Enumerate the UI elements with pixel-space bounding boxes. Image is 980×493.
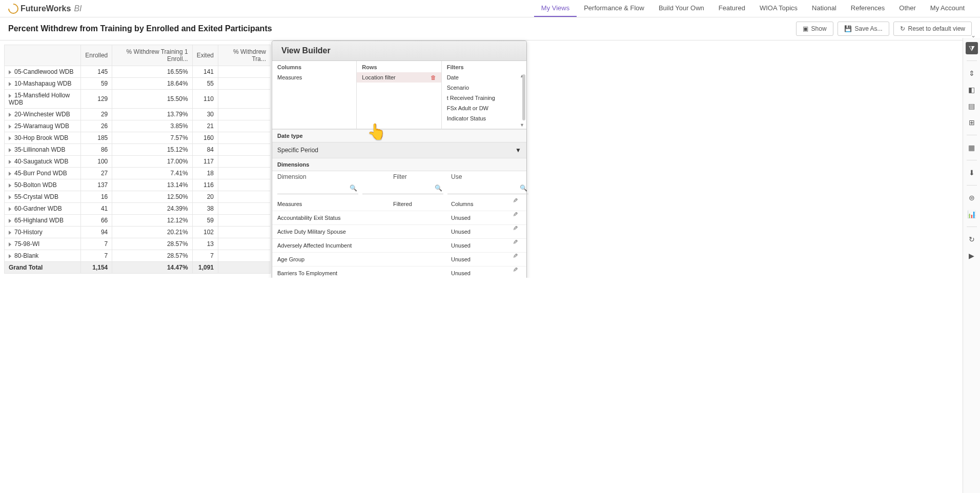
column-header[interactable]: Enrolled (81, 45, 112, 66)
rows-item[interactable]: Location filter🗑 (357, 72, 441, 83)
builder-triple: Columns Measures Rows Location filter🗑 F… (272, 61, 526, 129)
nav-item-my-account[interactable]: My Account (923, 0, 972, 17)
expand-icon[interactable] (9, 254, 11, 258)
edit-icon[interactable]: ✎ (512, 239, 519, 252)
column-header[interactable]: % Withdrew Training 1 Enroll... (112, 45, 192, 66)
expand-icon[interactable] (9, 219, 11, 223)
rows-list[interactable]: Location filter🗑 (357, 72, 441, 129)
edit-icon[interactable]: ✎ (512, 253, 519, 265)
edit-icon[interactable]: ✎ (512, 198, 519, 210)
table-row[interactable]: 80-Blank728.57%7 (5, 250, 271, 262)
nav-item-featured[interactable]: Featured (711, 0, 752, 17)
dimension-row[interactable]: Accountability Exit StatusUnused✎ (272, 211, 526, 225)
table-row[interactable]: 60-Gardner WDB4124.39%38 (5, 203, 271, 215)
toggle-icon[interactable]: ⊜ (966, 192, 978, 204)
filter-search-input[interactable] (362, 183, 443, 194)
expand-icon[interactable] (9, 82, 11, 86)
table-row[interactable]: 50-Bolton WDB13713.14%116 (5, 179, 271, 191)
layout-icon[interactable]: ◧ (966, 84, 978, 96)
filters-item[interactable]: Indicator Status (442, 113, 526, 124)
expand-icon[interactable] (9, 242, 11, 246)
table-row[interactable]: 25-Waramaug WDB263.85%21 (5, 120, 271, 132)
filters-item[interactable]: Date (442, 72, 526, 83)
brand-logo: FutureWorks BI (8, 4, 82, 14)
table-row[interactable]: 35-Lillinonah WDB8615.12%84 (5, 144, 271, 156)
columns-item[interactable]: Measures (272, 72, 356, 83)
refresh-icon[interactable]: ↻ (966, 233, 978, 245)
edit-icon[interactable]: ✎ (512, 225, 519, 238)
expand-icon[interactable] (9, 113, 11, 117)
grid-icon[interactable]: ⊞ (966, 116, 978, 129)
dim-col-dimension: Dimension (277, 173, 393, 180)
save-as-label: Save As... (855, 25, 883, 32)
nav-item-other[interactable]: Other (892, 0, 923, 17)
filters-list[interactable]: ▲ DateScenariot Received TrainingFSx Adu… (442, 72, 526, 129)
table-row[interactable]: 70-History9420.21%102 (5, 227, 271, 238)
delete-icon[interactable]: 🗑 (431, 74, 436, 80)
expand-icon[interactable] (9, 148, 11, 152)
expand-icon[interactable] (9, 195, 11, 199)
edit-icon[interactable]: ✎ (512, 212, 519, 224)
play-icon[interactable]: ▶ (966, 250, 978, 262)
page-title: Percent Withdrew from Training by Enroll… (8, 24, 272, 33)
save-as-button[interactable]: 💾 Save As... (838, 22, 889, 36)
search-icon: 🔍 (435, 184, 442, 192)
date-type-select[interactable]: Specific Period ▼ (272, 142, 526, 158)
show-button[interactable]: ▣ Show (796, 22, 833, 36)
filter-funnel-icon[interactable]: ⧩ (966, 42, 978, 54)
table-row[interactable]: 75-98-WI728.57%13 (5, 238, 271, 250)
expand-icon[interactable] (9, 160, 11, 164)
expand-icon[interactable] (9, 125, 11, 129)
filters-item[interactable]: FSx Adult or DW (442, 103, 526, 113)
expand-icon[interactable] (9, 231, 11, 235)
nav-item-performance-flow[interactable]: Performance & Flow (577, 0, 651, 17)
collapse-icon[interactable]: ⇕ (966, 67, 978, 79)
dimension-row[interactable]: MeasuresFilteredColumns✎ (272, 197, 526, 211)
filters-item[interactable]: t Received Training (442, 93, 526, 103)
table-row[interactable]: 15-Mansfield Hollow WDB12915.50%110 (5, 90, 271, 109)
bar-chart-icon[interactable]: 📊 (966, 208, 978, 220)
dimension-row[interactable]: Adversely Affected IncumbentUnused✎ (272, 239, 526, 253)
download-icon[interactable]: ⬇ (966, 167, 978, 179)
column-header[interactable]: % Withdrew Tra... (218, 45, 270, 66)
dim-search-row: 🔍 🔍 🔍 (272, 182, 526, 197)
use-search-input[interactable] (447, 183, 528, 194)
dimensions-rows[interactable]: MeasuresFilteredColumns✎Accountability E… (272, 197, 526, 278)
column-header[interactable]: Exited (192, 45, 218, 66)
table-row[interactable]: 45-Burr Pond WDB277.41%18 (5, 168, 271, 179)
table-row[interactable]: 05-Candlewood WDB14516.55%141 (5, 66, 271, 78)
expand-icon[interactable] (9, 94, 11, 98)
table-row[interactable]: 55-Crystal WDB1612.50%20 (5, 191, 271, 203)
nav-item-my-views[interactable]: My Views (534, 0, 577, 17)
nav-item-wioa-topics[interactable]: WIOA Topics (752, 0, 805, 17)
expand-icon[interactable] (9, 183, 11, 188)
search-icon: 🔍 (350, 184, 357, 192)
dimension-search-input[interactable] (277, 183, 358, 194)
dimension-row[interactable]: Barriers To EmploymentUnused✎ (272, 266, 526, 278)
reset-label: Reset to default view (908, 25, 965, 32)
column-header[interactable] (5, 45, 81, 66)
table-row[interactable]: 20-Winchester WDB2913.79%30 (5, 109, 271, 120)
expand-icon[interactable] (9, 70, 11, 74)
columns-list[interactable]: Measures (272, 72, 356, 129)
expand-icon[interactable] (9, 207, 11, 211)
table-row[interactable]: 30-Hop Brook WDB1857.57%160 (5, 132, 271, 144)
dimension-row[interactable]: Active Duty Military SpouseUnused✎ (272, 225, 526, 239)
table-row[interactable]: 10-Mashapaug WDB5918.64%55 (5, 78, 271, 90)
chart-table-icon[interactable]: ▦ (966, 141, 978, 154)
edit-icon[interactable]: ✎ (512, 267, 519, 278)
expand-icon[interactable] (9, 172, 11, 176)
reset-button[interactable]: ↻ Reset to default view (893, 22, 972, 36)
nav-item-national[interactable]: National (805, 0, 844, 17)
table-row[interactable]: 65-Highland WDB6612.12%59 (5, 215, 271, 227)
scroll-down-icon[interactable]: ▼ (520, 122, 524, 128)
nav-item-build-your-own[interactable]: Build Your Own (651, 0, 711, 17)
nav-item-references[interactable]: References (844, 0, 892, 17)
expand-icon[interactable] (9, 136, 11, 140)
save-view-icon[interactable]: ▤ (966, 100, 978, 112)
dimension-row[interactable]: Age GroupUnused✎ (272, 253, 526, 266)
scrollbar[interactable] (522, 74, 525, 120)
table-row[interactable]: 40-Saugatuck WDB10017.00%117 (5, 156, 271, 168)
filters-item[interactable]: Scenario (442, 83, 526, 93)
date-type-label: Date type (272, 129, 526, 142)
